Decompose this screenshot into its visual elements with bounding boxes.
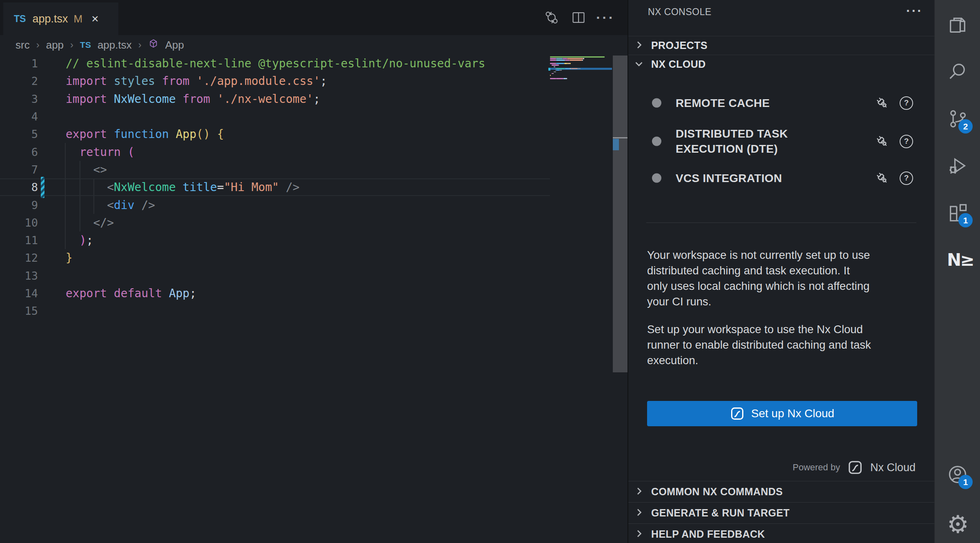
scrollbar-slider[interactable] (613, 56, 627, 372)
minimap-row (550, 61, 612, 62)
minimap-segment (564, 63, 567, 64)
code-text: <NxWelcome title="Hi Mom" /> (66, 180, 299, 194)
code-line[interactable]: 9 <div /> (0, 196, 550, 214)
code-line[interactable]: 14export default App; (0, 285, 550, 302)
accounts-badge: 1 (958, 475, 973, 489)
code-line[interactable]: 4 (0, 108, 550, 125)
line-number: 9 (0, 199, 38, 211)
code-token: // eslint-disable-next-line @typescript-… (66, 57, 485, 70)
line-number: 10 (0, 216, 38, 229)
code-line[interactable]: 5export function App() { (0, 125, 550, 143)
section-generate-run-target[interactable]: GENERATE & RUN TARGET (628, 502, 934, 523)
section-nx-cloud[interactable]: NX CLOUD (628, 55, 934, 73)
nx-cloud-item-remote-cache[interactable]: REMOTE CACHE ? (628, 92, 934, 113)
code-line[interactable]: 3import NxWelcome from './nx-welcome'; (0, 90, 550, 108)
minimap-segment (582, 60, 583, 61)
code-line[interactable]: 11 ); (0, 231, 550, 249)
code-token: App (176, 127, 197, 141)
breadcrumb-app-folder[interactable]: app (46, 39, 64, 51)
help-icon[interactable]: ? (900, 135, 913, 148)
minimap-segment (550, 63, 556, 64)
line-number: 1 (0, 57, 38, 70)
more-actions-icon[interactable]: ··· (597, 9, 614, 26)
activity-bar: 2 1 N≥ 1 ⚙ (934, 0, 980, 543)
code-token: './nx-welcome' (217, 92, 313, 106)
code-token: () (196, 127, 210, 141)
tab-bar: TS app.tsx M × ··· (0, 0, 627, 35)
panel-more-actions-icon[interactable]: ··· (906, 3, 923, 18)
overview-ruler-modified-marker (613, 139, 619, 150)
panel-header: NX CONSOLE ··· (628, 0, 934, 26)
code-token: ( (128, 145, 135, 159)
code-token (66, 163, 93, 176)
open-changes-icon[interactable] (543, 9, 560, 26)
section-common-nx-commands[interactable]: COMMON NX COMMANDS (628, 481, 934, 502)
code-line[interactable]: 10 </> (0, 214, 550, 231)
section-label: NX CLOUD (651, 58, 706, 70)
workspace-status-text: Your workspace is not currently set up t… (647, 247, 921, 309)
extensions-icon[interactable]: 1 (947, 202, 968, 223)
setup-nx-cloud-button[interactable]: Set up Nx Cloud (647, 401, 917, 426)
minimap-segment (563, 78, 566, 79)
modified-badge: M (73, 13, 82, 25)
code-token: export (66, 127, 114, 141)
code-line[interactable]: 13 (0, 267, 550, 285)
split-editor-icon[interactable] (570, 9, 587, 26)
help-icon[interactable]: ? (900, 96, 913, 110)
editor-scrollbar[interactable] (613, 55, 627, 543)
code-line[interactable]: 7 <> (0, 161, 550, 178)
item-label: VCS INTEGRATION (676, 171, 823, 186)
breadcrumb-symbol[interactable]: App (165, 39, 184, 51)
code-token: } (66, 251, 73, 265)
nx-cloud-item-dte[interactable]: DISTRIBUTED TASK EXECUTION (DTE) ? (628, 122, 934, 160)
run-debug-icon[interactable] (947, 155, 968, 176)
breadcrumb-src[interactable]: src (16, 39, 30, 51)
code-text: ); (66, 234, 93, 247)
code-line[interactable]: 6 return ( (0, 143, 550, 160)
code-line[interactable]: 2import styles from './app.module.css'; (0, 72, 550, 90)
chevron-right-icon (634, 507, 644, 519)
code-line[interactable]: 8 <NxWelcome title="Hi Mom" /> (0, 178, 550, 196)
status-bullet (652, 174, 661, 183)
code-token (66, 216, 93, 229)
minimap-segment (553, 73, 554, 74)
connect-plug-icon[interactable] (874, 95, 890, 111)
code-token: "Hi Mom" (224, 180, 279, 194)
code-region[interactable]: 1// eslint-disable-next-line @typescript… (0, 55, 627, 543)
code-line[interactable]: 12} (0, 249, 550, 267)
line-number: 2 (0, 75, 38, 87)
symbol-cube-icon (148, 38, 159, 52)
search-icon[interactable] (947, 61, 968, 82)
explorer-icon[interactable] (947, 14, 968, 36)
connect-plug-icon[interactable] (874, 170, 890, 186)
accounts-icon[interactable]: 1 (947, 464, 968, 485)
minimap[interactable] (550, 56, 612, 101)
connect-plug-icon[interactable] (874, 134, 890, 149)
chevron-right-icon (634, 486, 644, 498)
code-token (66, 234, 80, 247)
minimap-segment (550, 56, 605, 58)
nx-console-icon[interactable]: N≥ (947, 249, 968, 270)
minimap-row (550, 66, 612, 67)
editor-toolbar: ··· (543, 0, 614, 35)
minimap-segment (565, 68, 570, 69)
section-label: COMMON NX COMMANDS (651, 486, 783, 498)
code-line[interactable]: 15 (0, 302, 550, 320)
breadcrumb-file[interactable]: app.tsx (98, 39, 132, 51)
close-tab-icon[interactable]: × (91, 13, 99, 25)
modified-line-indicator (41, 177, 44, 198)
minimap-segment (550, 78, 556, 79)
code-line[interactable]: 1// eslint-disable-next-line @typescript… (0, 55, 550, 72)
source-control-icon[interactable]: 2 (947, 108, 968, 129)
minimap-segment (550, 60, 556, 61)
item-label: REMOTE CACHE (676, 96, 823, 111)
minimap-segment (567, 58, 583, 59)
code-token (66, 145, 80, 159)
section-help-and-feedback[interactable]: HELP AND FEEDBACK (628, 523, 934, 543)
tab-app-tsx[interactable]: TS app.tsx M × (3, 2, 118, 35)
powered-by-row: Powered by Nx Cloud (793, 457, 916, 478)
help-icon[interactable]: ? (900, 171, 913, 185)
settings-gear-icon[interactable]: ⚙ (947, 514, 968, 535)
nx-cloud-item-vcs[interactable]: VCS INTEGRATION ? (628, 167, 934, 189)
section-projects[interactable]: PROJECTS (628, 36, 934, 55)
